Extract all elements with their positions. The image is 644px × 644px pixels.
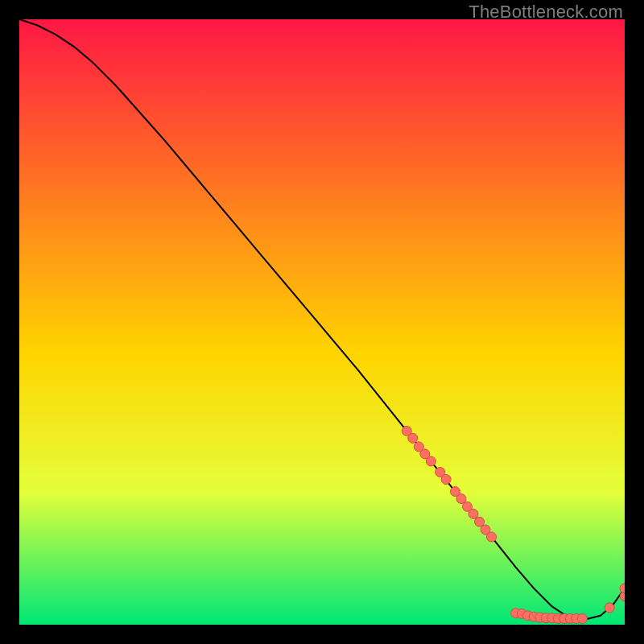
- gradient-background: [19, 19, 625, 625]
- data-point: [577, 613, 587, 623]
- chart-frame: TheBottleneck.com: [0, 0, 644, 644]
- data-point: [487, 532, 497, 542]
- data-point: [605, 603, 614, 613]
- data-point: [441, 475, 451, 485]
- data-point: [426, 456, 436, 466]
- plot-area: [19, 19, 625, 625]
- bottleneck-chart: [19, 19, 625, 625]
- data-point: [408, 433, 418, 443]
